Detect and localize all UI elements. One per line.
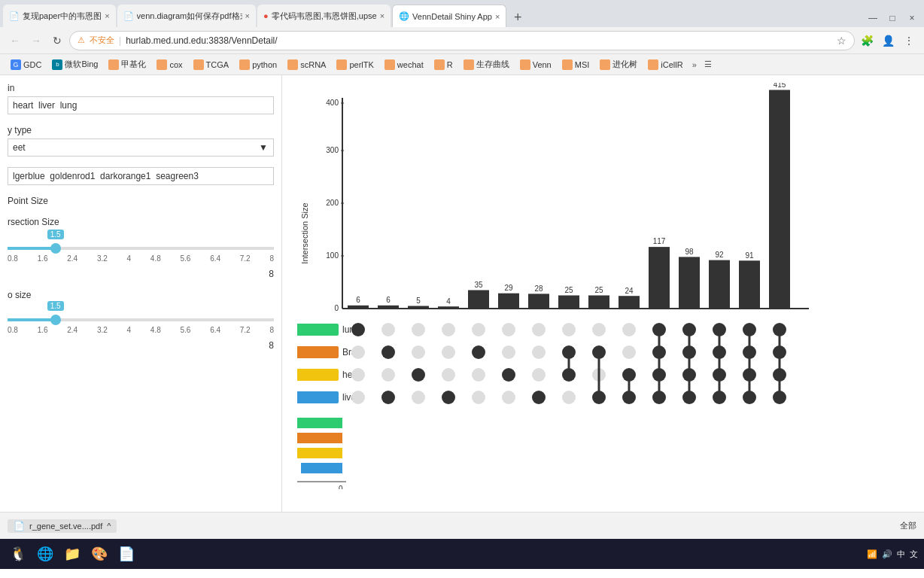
extensions-button[interactable]: 🧩 [858,32,876,50]
bookmark-venn[interactable]: Venn [515,58,556,71]
bookmark-methylation[interactable]: 甲基化 [104,57,150,71]
intersection-slider-fill [8,247,56,250]
svg-text:200: 200 [326,199,339,207]
bookmark-python[interactable]: python [235,58,281,71]
reload-button[interactable]: ↻ [48,32,66,50]
tab-1-favicon: 📄 [9,11,20,21]
profile-button[interactable]: 👤 [879,32,897,50]
svg-text:91: 91 [745,251,754,260]
taskbar-chrome-icon[interactable]: 🌐 [33,542,57,566]
dot-liver-2 [412,391,425,404]
dot-heart-5 [502,368,515,382]
o-size-section: o size 1.5 0.81.62.43.244.85.66.47.28 8 [8,290,274,351]
colors-section [8,167,274,185]
dot-brain-6 [532,345,546,359]
tab-1-close[interactable]: × [105,11,109,20]
download-file-icon: 📄 [14,521,25,531]
bookmark-apps[interactable]: G GDC [6,58,46,71]
dot-liver-3 [442,391,455,404]
colors-input[interactable] [8,167,274,185]
dot-lung-7 [562,323,576,336]
bar-9 [588,296,609,309]
bookmark-r-label: R [447,60,453,69]
security-warning-text: 不安全 [90,35,114,46]
dot-brain-1 [381,345,395,359]
bookmark-r[interactable]: R [430,58,457,71]
star-icon[interactable]: ☆ [837,35,846,47]
tab-4[interactable]: 🌐 VennDetail Shiny App × [392,5,506,27]
download-expand-icon[interactable]: ^ [107,522,111,531]
query-type-section: y type eet ▼ [8,125,274,157]
bookmark-cox[interactable]: cox [152,58,187,71]
tab-3[interactable]: ● 零代码韦恩图,韦恩饼图,upset图 × [257,5,391,27]
bookmark-survival[interactable]: 生存曲线 [459,57,514,71]
bar-7 [528,294,549,309]
back-button[interactable]: ← [6,32,24,50]
bookmark-wechat[interactable]: wechat [380,58,428,71]
tab-2[interactable]: 📄 venn.diagram如何保存pdf格式 × [117,5,256,27]
reading-list[interactable]: ☰ [701,58,715,71]
taskbar: 🐧 🌐 📁 🎨 📄 📶 🔊 中 文 [0,539,924,569]
point-size-label: Point Size [8,196,274,206]
taskbar-files-icon[interactable]: 📁 [60,542,84,566]
set-size-lung [297,418,342,428]
bar-1 [348,306,369,309]
tab-2-label: venn.diagram如何保存pdf格式 [137,11,242,22]
download-item[interactable]: 📄 r_gene_set.ve....pdf ^ [8,519,117,533]
o-size-ticks: 0.81.62.43.244.85.66.47.28 [8,326,274,334]
o-size-label: o size [8,290,274,300]
bookmark-tcga[interactable]: TCGA [189,58,234,71]
more-bookmarks[interactable]: » [689,59,700,71]
window-close[interactable]: × [903,9,921,27]
dot-brain-3 [442,345,455,359]
bookmark-bing[interactable]: b 微软Bing [47,57,102,71]
bookmark-icellr[interactable]: iCellR [643,58,687,71]
bookmark-bing-label: 微软Bing [65,59,98,70]
sidebar: in y type eet ▼ Point Size rsection Size [0,75,282,512]
tab-4-close[interactable]: × [495,12,500,21]
svg-text:98: 98 [685,248,694,256]
bookmark-venn-label: Venn [533,60,552,69]
bookmark-perltk[interactable]: perlTK [332,58,378,71]
svg-text:5: 5 [416,297,421,305]
show-all-downloads[interactable]: 全部 [900,520,916,531]
taskbar-photos-icon[interactable]: 🎨 [87,542,111,566]
sets-section: in [8,83,274,114]
lung-color-bar [297,324,339,336]
intersection-slider-thumb[interactable]: 1.5 [50,243,61,254]
dot-heart-2 [412,368,425,382]
browser-chrome: 📄 复现paper中的韦恩图 × 📄 venn.diagram如何保存pdf格式… [0,0,924,75]
window-minimize[interactable]: — [864,9,882,27]
bar-6 [498,294,519,309]
dot-brain-0 [351,345,365,359]
svg-text:415: 415 [774,83,786,89]
new-tab-button[interactable]: + [508,8,527,27]
bookmark-scrna[interactable]: scRNA [283,58,330,71]
tab-3-close[interactable]: × [380,11,384,20]
bookmark-phylo[interactable]: 进化树 [595,57,642,71]
svg-text:6: 6 [356,296,360,304]
menu-button[interactable]: ⋮ [900,32,918,50]
svg-text:29: 29 [504,284,513,292]
bookmark-scrna-label: scRNA [300,60,326,69]
tab-1[interactable]: 📄 复现paper中的韦恩图 × [3,5,116,27]
dot-liver-5 [502,391,515,404]
taskbar-docs-icon[interactable]: 📄 [114,542,138,566]
svg-text:28: 28 [534,284,543,293]
intersection-max-label: 8 [8,269,274,279]
security-warning-icon: ⚠ [78,35,85,45]
bookmark-tcga-label: TCGA [206,60,229,69]
tab-2-close[interactable]: × [245,11,250,20]
bar-10 [619,296,640,309]
sets-input[interactable] [8,96,274,114]
query-type-select[interactable]: eet [8,138,274,157]
forward-button[interactable]: → [27,32,45,50]
taskbar-start-icon[interactable]: 🐧 [6,542,30,566]
o-size-slider-thumb[interactable]: 1.5 [50,315,61,325]
y-axis-label: Intersection Size [300,202,309,263]
address-bar[interactable]: ⚠ 不安全 | hurlab.med.und.edu:3838/VennDeta… [69,31,855,50]
bookmark-msi[interactable]: MSI [558,58,594,71]
tab-4-label: VennDetail Shiny App [412,12,492,21]
window-maximize[interactable]: □ [883,9,901,27]
o-size-value-badge: 1.5 [47,301,64,311]
